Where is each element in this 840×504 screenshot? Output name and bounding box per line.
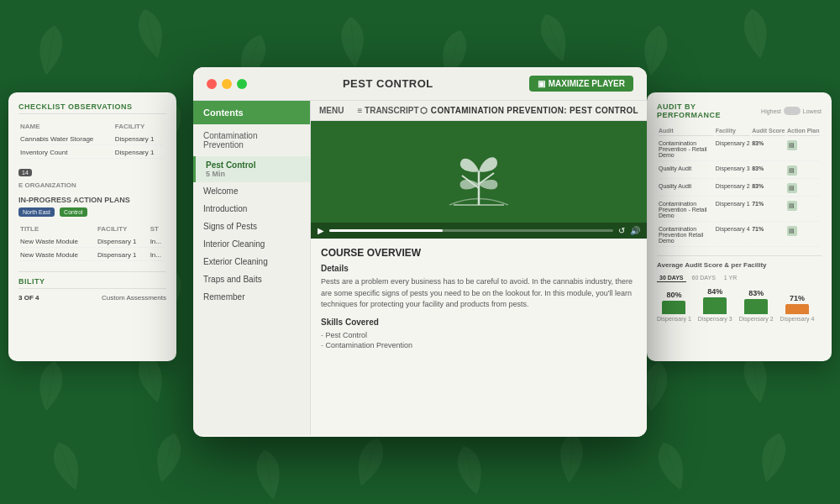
transcript-label[interactable]: ≡ TRANSCRIPT — [357, 106, 418, 115]
list-item: Contamination Prevention — [321, 340, 637, 350]
right-audit-card: AUDIT BY PERFORMANCE Highest Lowest Audi… — [647, 92, 832, 361]
col-facility: FACILITY — [115, 121, 165, 132]
sidebar-item-signs[interactable]: Signs of Pests — [193, 218, 310, 235]
progress-bar[interactable] — [329, 229, 613, 232]
video-controls[interactable]: ▶ ↺ 🔊 — [311, 223, 647, 239]
table-row: Contamination Prevention Retail Demo Dis… — [659, 223, 820, 247]
table-row: New Waste Module Dispensary 1 In... — [20, 236, 165, 248]
table-row: New Waste Module Dispensary 1 In... — [20, 249, 165, 261]
tab-1yr[interactable]: 1 YR — [722, 274, 739, 282]
action-icon[interactable]: ▤ — [787, 226, 797, 236]
tab-60days[interactable]: 60 DAYS — [690, 274, 718, 282]
score-bar-dispensary1: 80% Dispensary 1 — [657, 291, 691, 322]
in-progress-title: IN-PROGRESS ACTION PLANS — [18, 196, 166, 204]
table-row: Cannabis Water Storage Dispensary 1 — [20, 134, 165, 145]
table-row: Quality Audit Dispensary 2 83% ▤ — [659, 181, 820, 197]
score-bar-dispensary4: 71% Dispensary 4 — [780, 294, 815, 322]
toggle-switch[interactable] — [784, 107, 801, 115]
avg-score-section: Average Audit Score & per Facility 30 DA… — [657, 255, 822, 322]
skills-subtitle: Skills Covered — [321, 318, 637, 327]
audit-header: AUDIT BY PERFORMANCE Highest Lowest — [657, 102, 822, 119]
action-icon[interactable]: ▤ — [787, 165, 797, 176]
course-overview-title: COURSE OVERVIEW — [321, 247, 637, 259]
table-row: Contamination Prevention - Retail Demo D… — [659, 138, 820, 161]
sidebar-item-interior[interactable]: Interior Cleaning — [193, 235, 310, 253]
title-bar: PEST CONTROL ▣ MAXIMIZE PLAYER — [193, 67, 647, 101]
tab-30days[interactable]: 30 DAYS — [657, 274, 686, 282]
content-area: Contents Contamination Prevention Pest C… — [193, 101, 647, 435]
minimize-button[interactable] — [222, 79, 232, 89]
fullscreen-button[interactable] — [237, 79, 247, 89]
table-row: Quality Audit Dispensary 3 83% ▤ — [659, 163, 820, 179]
details-text: Pests are a problem every business has t… — [321, 276, 637, 311]
sidebar-section-contamination[interactable]: Contamination Prevention — [193, 124, 310, 156]
checklist-table: NAME FACILITY Cannabis Water Storage Dis… — [18, 119, 166, 160]
assessments-count: 3 OF 4 — [18, 294, 39, 302]
window-controls — [207, 79, 247, 89]
table-row: Contamination Prevention - Retail Demo D… — [659, 198, 820, 222]
sidebar-item-exterior[interactable]: Exterior Cleaning — [193, 253, 310, 270]
course-overview: COURSE OVERVIEW Details Pests are a prob… — [311, 239, 647, 359]
score-bar-dispensary2: 83% Dispensary 2 — [739, 289, 774, 322]
audit-toggle[interactable]: Highest Lowest — [761, 107, 822, 115]
action-icon[interactable]: ▤ — [787, 140, 797, 150]
video-header: MENU ≡ TRANSCRIPT ⬡ CONTAMINATION PREVEN… — [311, 101, 647, 121]
sidebar-item-pest-control[interactable]: Pest Control 5 Min — [193, 156, 310, 182]
action-icon[interactable]: ▤ — [787, 201, 797, 211]
checklist-badge: 14 — [18, 169, 32, 176]
details-subtitle: Details — [321, 264, 637, 273]
north-east-button[interactable]: North East — [18, 207, 55, 217]
assessments-title: BILITY — [18, 277, 166, 289]
video-title: ⬡ CONTAMINATION PREVENTION: PEST CONTROL — [420, 106, 638, 115]
maximize-player-button[interactable]: ▣ MAXIMIZE PLAYER — [529, 76, 633, 92]
window-title: PEST CONTROL — [343, 77, 433, 90]
sidebar-item-traps[interactable]: Traps and Baits — [193, 270, 310, 288]
sidebar-item-welcome[interactable]: Welcome — [193, 182, 310, 200]
sidebar: Contents Contamination Prevention Pest C… — [193, 101, 311, 435]
progress-fill — [329, 229, 443, 232]
volume-icon[interactable]: 🔊 — [630, 226, 640, 235]
main-content: MENU ≡ TRANSCRIPT ⬡ CONTAMINATION PREVEN… — [311, 101, 647, 435]
sidebar-item-introduction[interactable]: Introduction — [193, 200, 310, 218]
org-label: E ORGANIZATION — [18, 181, 166, 189]
avg-score-tabs[interactable]: 30 DAYS 60 DAYS 1 YR — [657, 274, 822, 282]
audit-title: AUDIT BY PERFORMANCE — [657, 102, 761, 119]
sidebar-item-remember[interactable]: Remember — [193, 288, 310, 306]
avg-score-title: Average Audit Score & per Facility — [657, 261, 822, 269]
score-bar-dispensary3: 84% Dispensary 3 — [698, 287, 732, 322]
score-bars: 80% Dispensary 1 84% Dispensary 3 83% Di… — [657, 287, 822, 322]
custom-assessments-label: Custom Assessments — [102, 294, 166, 302]
close-button[interactable] — [207, 79, 217, 89]
table-row: Inventory Count Dispensary 1 — [20, 147, 165, 159]
refresh-icon[interactable]: ↺ — [618, 226, 625, 235]
list-item: Pest Control — [321, 330, 637, 340]
main-window: PEST CONTROL ▣ MAXIMIZE PLAYER Contents … — [193, 67, 647, 437]
checklist-title: CHECKLIST OBSERVATIONS — [18, 102, 166, 114]
action-plans-table: TITLE FACILITY ST New Waste Module Dispe… — [18, 222, 166, 263]
audit-table: Audit Facility Audit Score Action Plan C… — [657, 124, 822, 249]
action-icon[interactable]: ▤ — [787, 183, 797, 193]
left-checklist-card: CHECKLIST OBSERVATIONS NAME FACILITY Can… — [8, 92, 176, 361]
control-button[interactable]: Control — [60, 207, 87, 217]
col-name: NAME — [20, 121, 113, 132]
sidebar-header: Contents — [193, 101, 310, 124]
menu-label[interactable]: MENU — [319, 106, 344, 115]
skills-list: Pest Control Contamination Prevention — [321, 330, 637, 350]
play-icon[interactable]: ▶ — [318, 226, 324, 235]
plant-icon — [445, 146, 512, 213]
video-player[interactable]: ▶ ↺ 🔊 — [311, 121, 647, 239]
